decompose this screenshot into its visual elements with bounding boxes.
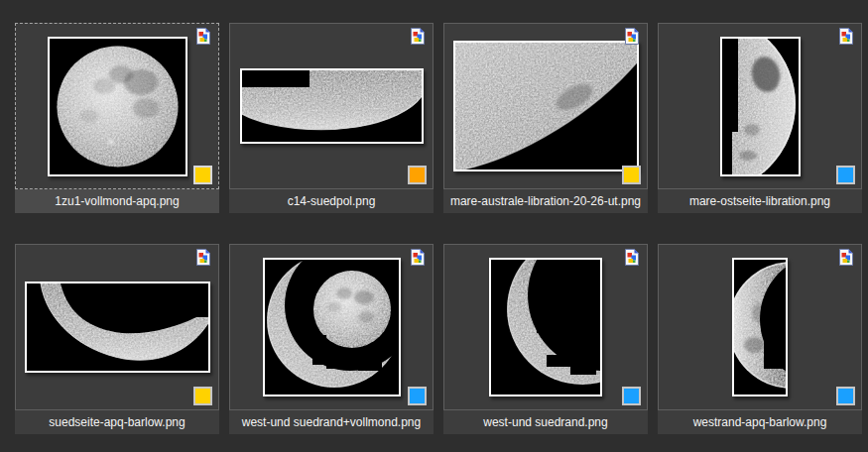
filename-label[interactable]: mare-australe-libration-20-26-ut.png <box>443 189 648 213</box>
thumbnail-cell[interactable]: c14-suedpol.png <box>229 23 434 213</box>
moon-art-west-limb <box>734 260 786 395</box>
color-label-badge[interactable] <box>836 387 855 405</box>
color-label-badge[interactable] <box>408 387 427 405</box>
thumbnail-area[interactable] <box>15 244 219 410</box>
thumbnail-area[interactable] <box>229 244 434 410</box>
filename-label[interactable]: west-und suedrand+vollmond.png <box>229 410 434 434</box>
thumbnail-area[interactable] <box>443 23 648 189</box>
color-label-badge[interactable] <box>193 166 212 184</box>
image-frame <box>659 24 861 188</box>
image-file-icon[interactable] <box>839 28 853 45</box>
filename-label[interactable]: c14-suedpol.png <box>229 189 434 213</box>
thumbnail-area[interactable] <box>658 244 862 410</box>
thumbnail-cell[interactable]: west-und suedrand+vollmond.png <box>229 244 434 434</box>
moon-art-fullmoon <box>50 39 186 174</box>
color-label-badge[interactable] <box>193 387 212 405</box>
thumbnail-cell[interactable]: suedseite-apq-barlow.png <box>15 244 219 434</box>
filename-label[interactable]: westrand-apq-barlow.png <box>658 410 862 434</box>
filename-label[interactable]: mare-ostseite-libration.png <box>658 189 862 213</box>
thumbnail-cell[interactable]: 1zu1-vollmond-apq.png <box>15 23 219 213</box>
thumbnail-area[interactable] <box>443 244 648 410</box>
moon-art-crescent-fullmoon <box>265 260 399 395</box>
thumbnail-area[interactable] <box>229 23 434 189</box>
image-frame <box>444 245 647 409</box>
filename-label[interactable]: suedseite-apq-barlow.png <box>15 410 219 434</box>
color-label-badge[interactable] <box>836 166 855 184</box>
thumbnail-area[interactable] <box>15 23 219 189</box>
thumbnail-cell[interactable]: westrand-apq-barlow.png <box>658 244 862 434</box>
image-frame <box>230 24 433 188</box>
image-file-icon[interactable] <box>196 28 210 45</box>
image-file-icon[interactable] <box>411 249 425 266</box>
color-label-badge[interactable] <box>408 166 427 184</box>
thumbnail-cell[interactable]: mare-ostseite-libration.png <box>658 23 862 213</box>
thumbnail-area[interactable] <box>658 23 862 189</box>
image-frame <box>659 245 861 409</box>
image-file-icon[interactable] <box>839 249 853 266</box>
thumbnail-cell[interactable]: mare-australe-libration-20-26-ut.png <box>443 23 648 213</box>
image-file-icon[interactable] <box>625 249 639 266</box>
image-frame <box>16 245 218 409</box>
color-label-badge[interactable] <box>622 387 641 405</box>
image-file-icon[interactable] <box>411 28 425 45</box>
moon-art-crescent <box>491 260 600 395</box>
filename-label[interactable]: 1zu1-vollmond-apq.png <box>15 189 219 213</box>
image-frame <box>230 245 433 409</box>
moon-art-mare-australe <box>455 43 637 170</box>
moon-art-east-limb <box>722 39 799 174</box>
color-label-badge[interactable] <box>622 166 641 184</box>
image-frame <box>444 24 647 188</box>
image-file-icon[interactable] <box>196 249 210 266</box>
image-file-icon[interactable] <box>625 28 639 45</box>
thumbnail-cell[interactable]: west-und suedrand.png <box>443 244 648 434</box>
moon-art-southpole <box>242 70 422 142</box>
image-frame <box>16 24 218 188</box>
moon-art-south-limb <box>27 283 208 371</box>
filename-label[interactable]: west-und suedrand.png <box>443 410 648 434</box>
